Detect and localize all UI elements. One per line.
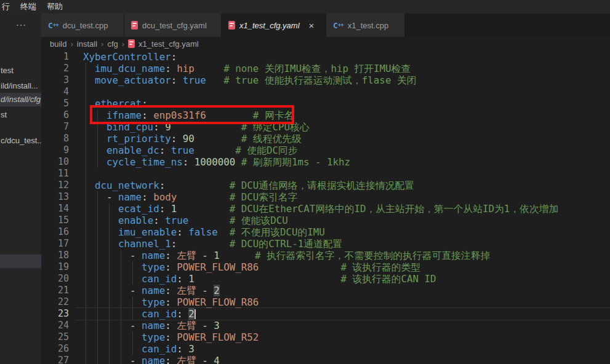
sidebar-row[interactable]: d/install/cfg <box>0 93 41 106</box>
sidebar-row[interactable]: c/dcu_test... <box>0 134 41 148</box>
menu-item-行[interactable]: 行 <box>2 1 10 12</box>
code-line[interactable]: enable: true # 使能该DCU <box>83 215 558 226</box>
line-number[interactable]: 2 <box>41 63 69 74</box>
code-line[interactable]: can_id: 1 # 该执行器的CAN ID <box>83 273 558 285</box>
code-line[interactable]: can_id: 2 <box>83 308 558 320</box>
indent-guide <box>97 285 98 296</box>
indent-guide <box>97 296 98 308</box>
code-line[interactable]: imu_dcu_name: hip # none 关闭IMU检查，hip 打开I… <box>83 63 558 74</box>
code-token-plain: - <box>196 285 214 296</box>
code-line[interactable]: - name: 左臂 - 1 # 执行器索引名字，不需要控制的执行器可直接注释掉 <box>83 250 558 261</box>
tab-x1_test.cpp[interactable]: C++x1_test.cpp <box>326 14 405 37</box>
code-line[interactable]: ecat_id: 1 # DCU在EtherCAT网络中的ID，从主站开始，第一… <box>83 203 558 215</box>
line-number[interactable]: 16 <box>41 226 69 238</box>
tab-dcu_test_cfg.yaml[interactable]: dcu_test_cfg.yaml <box>124 14 222 37</box>
code-token-plain: : <box>142 191 153 203</box>
line-number[interactable]: 8 <box>41 133 69 144</box>
yaml-file-icon <box>131 21 138 30</box>
tab-x1_test_cfg.yaml[interactable]: x1_test_cfg.yaml× <box>222 14 326 37</box>
yaml-icon-line <box>129 41 134 42</box>
code-line[interactable]: dcu_network: # DCU通信网络，请根据实机连接情况配置 <box>83 180 558 191</box>
code-line[interactable] <box>83 168 558 180</box>
line-number[interactable]: 19 <box>41 261 69 273</box>
indent-guide <box>86 215 86 226</box>
sidebar-row[interactable] <box>0 255 41 268</box>
line-number[interactable]: 14 <box>41 203 69 215</box>
line-number[interactable]: 10 <box>41 156 69 168</box>
line-number[interactable]: 5 <box>41 98 69 109</box>
code-token-key: channel_1 <box>118 238 171 250</box>
code-area[interactable]: XyberController: imu_dcu_name: hip # non… <box>83 51 558 364</box>
code-line[interactable]: enable_dc: true # 使能DC同步 <box>83 144 558 156</box>
menu-item-帮助[interactable]: 帮助 <box>47 1 63 12</box>
line-number[interactable]: 6 <box>41 109 69 121</box>
code-line[interactable]: move_actuator: true # true 使能执行器运动测试，fla… <box>83 74 558 86</box>
line-number[interactable]: 15 <box>41 215 69 226</box>
close-icon[interactable]: × <box>309 21 315 30</box>
line-number[interactable]: 9 <box>41 144 69 156</box>
code-token-plain: : <box>165 331 177 343</box>
line-number[interactable]: 17 <box>41 238 69 250</box>
code-token-str: POWER_FLOW_R86 <box>177 296 259 308</box>
breadcrumb-item-install[interactable]: install <box>77 39 97 49</box>
tab-label: x1_test.cpp <box>348 21 389 30</box>
code-token-plain: : <box>177 226 188 238</box>
indent-guide <box>86 226 86 238</box>
editor[interactable]: 1234567891011121314151617181920212223242… <box>41 50 610 364</box>
line-number[interactable]: 21 <box>41 285 69 296</box>
sidebar-row[interactable]: test <box>0 64 41 77</box>
code-token-com: # 刷新周期1ms - 1khz <box>241 156 350 168</box>
indent-guide <box>121 331 121 343</box>
line-number[interactable]: 24 <box>41 320 69 331</box>
indent-guide <box>121 250 121 261</box>
code-line[interactable]: cycle_time_ns: 1000000 # 刷新周期1ms - 1khz <box>83 156 558 168</box>
cpp-file-icon: C++ <box>333 21 343 30</box>
code-token-com: # 不使用该DCU的IMU <box>230 226 325 238</box>
breadcrumb-item-build[interactable]: build <box>50 39 66 49</box>
line-number[interactable]: 22 <box>41 296 69 308</box>
line-number[interactable]: 7 <box>41 121 69 133</box>
line-number[interactable]: 25 <box>41 331 69 343</box>
line-number[interactable]: 4 <box>41 86 69 98</box>
line-number[interactable]: 11 <box>41 168 69 180</box>
indent-guide <box>97 215 98 226</box>
indent-guide <box>86 331 86 343</box>
line-number[interactable]: 3 <box>41 74 69 86</box>
line-number[interactable]: 20 <box>41 273 69 285</box>
sidebar-row[interactable]: ild/install... <box>0 79 41 93</box>
code-line[interactable]: XyberController: <box>83 51 558 63</box>
code-line[interactable]: type: POWER_FLOW_R86 # 该执行器的类型 <box>83 261 558 273</box>
line-number[interactable]: 27 <box>41 355 69 364</box>
line-number[interactable]: 18 <box>41 250 69 261</box>
code-line[interactable]: type: POWER_FLOW_R86 <box>83 296 558 308</box>
code-token-key: name <box>142 355 165 364</box>
tab-dcu_test.cpp[interactable]: C++dcu_test.cpp <box>41 14 124 37</box>
line-number[interactable]: 13 <box>41 191 69 203</box>
code-line[interactable] <box>83 86 558 98</box>
code-line[interactable]: type: POWER_FLOW_R52 <box>83 331 558 343</box>
code-line[interactable]: can_id: 3 <box>83 343 558 355</box>
line-number[interactable]: 23 <box>41 308 69 320</box>
code-line[interactable]: - name: 左臂 - 2 <box>83 285 558 296</box>
sidebar-row[interactable]: st <box>0 108 41 122</box>
breadcrumb-item-cfg[interactable]: cfg <box>107 39 118 49</box>
code-token-plain <box>83 63 95 74</box>
code-token-numhl: 2 <box>214 285 220 296</box>
code-line[interactable]: rt_priority: 90 # 线程优先级 <box>83 133 558 144</box>
code-line[interactable]: - name: 左臂 - 3 <box>83 320 558 331</box>
code-line[interactable]: - name: 左臂 - 4 <box>83 355 558 364</box>
code-line[interactable]: imu_enable: false # 不使用该DCU的IMU <box>83 226 558 238</box>
indent-guide <box>86 285 86 296</box>
line-number[interactable]: 12 <box>41 180 69 191</box>
code-line[interactable]: - name: body # DCU索引名字 <box>83 191 558 203</box>
more-actions-icon[interactable]: ··· <box>16 20 26 30</box>
breadcrumb-file[interactable]: x1_test_cfg.yaml <box>138 39 199 49</box>
line-number[interactable]: 1 <box>41 51 69 63</box>
code-line[interactable]: channel_1: # DCU的CTRL-1通道配置 <box>83 238 558 250</box>
line-number[interactable]: 26 <box>41 343 69 355</box>
code-token-plain <box>177 238 230 250</box>
code-token-str: POWER_FLOW_R52 <box>177 331 259 343</box>
menu-item-终端[interactable]: 终端 <box>20 1 36 12</box>
code-token-bool: true <box>165 215 188 226</box>
code-token-plain: - <box>196 355 214 364</box>
